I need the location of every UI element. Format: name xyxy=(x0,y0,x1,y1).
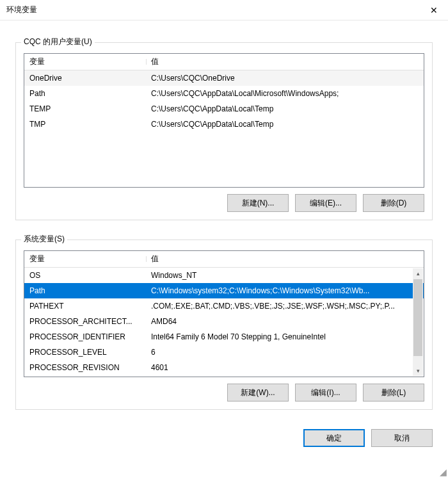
table-row[interactable]: TMP C:\Users\CQC\AppData\Local\Temp xyxy=(24,117,424,132)
table-row[interactable]: Path C:\Users\CQC\AppData\Local\Microsof… xyxy=(24,86,424,101)
user-variables-list[interactable]: 变量 值 OneDrive C:\Users\CQC\OneDrive Path… xyxy=(24,53,424,188)
var-value: C:\Windows\system32;C:\Windows;C:\Window… xyxy=(146,286,424,295)
table-row[interactable]: PROCESSOR_ARCHITECT... AMD64 xyxy=(24,314,424,329)
window-title: 环境变量 xyxy=(6,4,37,15)
scroll-down-icon[interactable]: ▾ xyxy=(413,366,423,376)
var-name: TEMP xyxy=(24,104,146,113)
ok-button[interactable]: 确定 xyxy=(303,429,365,447)
var-name: PROCESSOR_LEVEL xyxy=(24,348,146,357)
var-name: PROCESSOR_REVISION xyxy=(24,363,146,372)
system-list-body: OS Windows_NT Path C:\Windows\system32;C… xyxy=(24,268,424,377)
var-name: OneDrive xyxy=(24,74,146,83)
var-value: .COM;.EXE;.BAT;.CMD;.VBS;.VBE;.JS;.JSE;.… xyxy=(146,302,424,311)
system-variables-list[interactable]: 变量 值 OS Windows_NT Path C:\Windows\syste… xyxy=(24,250,424,377)
close-icon[interactable]: ✕ xyxy=(420,0,448,20)
titlebar: 环境变量 ✕ xyxy=(0,0,448,20)
var-value: 6 xyxy=(146,348,424,357)
var-value: Windows_NT xyxy=(146,271,424,280)
system-new-button[interactable]: 新建(W)... xyxy=(227,384,289,402)
system-col-value[interactable]: 值 xyxy=(146,254,424,264)
system-delete-button[interactable]: 删除(L) xyxy=(363,384,424,402)
user-buttons-row: 新建(N)... 编辑(E)... 删除(D) xyxy=(24,194,424,212)
system-edit-button[interactable]: 编辑(I)... xyxy=(295,384,356,402)
var-name: PROCESSOR_IDENTIFIER xyxy=(24,332,146,341)
table-row[interactable]: Path C:\Windows\system32;C:\Windows;C:\W… xyxy=(24,283,424,298)
system-variables-group: 系统变量(S) 变量 值 OS Windows_NT Path C:\Windo… xyxy=(15,240,433,410)
table-row[interactable]: OneDrive C:\Users\CQC\OneDrive xyxy=(24,70,424,86)
var-name: OS xyxy=(24,271,146,280)
table-row[interactable]: PATHEXT .COM;.EXE;.BAT;.CMD;.VBS;.VBE;.J… xyxy=(24,298,424,314)
user-delete-button[interactable]: 删除(D) xyxy=(363,194,424,212)
var-value: C:\Users\CQC\AppData\Local\Temp xyxy=(146,120,424,129)
var-value: 4601 xyxy=(146,363,424,372)
system-list-header: 变量 值 xyxy=(24,251,424,268)
system-scrollbar[interactable]: ▴ ▾ xyxy=(413,268,423,376)
var-name: PROCESSOR_ARCHITECT... xyxy=(24,317,146,326)
system-col-variable[interactable]: 变量 xyxy=(24,254,146,264)
table-row[interactable]: PROCESSOR_REVISION 4601 xyxy=(24,360,424,375)
user-col-variable[interactable]: 变量 xyxy=(24,56,146,67)
user-variables-group: CQC 的用户变量(U) 变量 值 OneDrive C:\Users\CQC\… xyxy=(15,42,433,220)
var-name: PATHEXT xyxy=(24,302,146,311)
var-value: C:\Users\CQC\AppData\Local\Temp xyxy=(146,104,424,113)
scroll-thumb[interactable] xyxy=(413,279,422,356)
user-list-header: 变量 值 xyxy=(24,54,424,70)
table-row[interactable]: OS Windows_NT xyxy=(24,268,424,283)
var-value: Intel64 Family 6 Model 70 Stepping 1, Ge… xyxy=(146,332,424,341)
system-variables-legend: 系统变量(S) xyxy=(21,234,67,245)
table-row[interactable]: PROCESSOR_IDENTIFIER Intel64 Family 6 Mo… xyxy=(24,329,424,345)
var-value: C:\Users\CQC\OneDrive xyxy=(146,74,424,83)
resize-grip-icon[interactable]: ◢ xyxy=(438,469,447,478)
scroll-up-icon[interactable]: ▴ xyxy=(413,268,423,279)
user-list-body: OneDrive C:\Users\CQC\OneDrive Path C:\U… xyxy=(24,70,424,187)
var-value: AMD64 xyxy=(146,317,424,326)
user-new-button[interactable]: 新建(N)... xyxy=(227,194,289,212)
user-variables-legend: CQC 的用户变量(U) xyxy=(21,37,95,47)
table-row[interactable]: TEMP C:\Users\CQC\AppData\Local\Temp xyxy=(24,101,424,117)
cancel-button[interactable]: 取消 xyxy=(371,429,433,447)
user-edit-button[interactable]: 编辑(E)... xyxy=(295,194,356,212)
var-name: Path xyxy=(24,286,146,295)
table-row[interactable]: PROCESSOR_LEVEL 6 xyxy=(24,345,424,360)
system-buttons-row: 新建(W)... 编辑(I)... 删除(L) xyxy=(24,384,424,402)
dialog-content: CQC 的用户变量(U) 变量 值 OneDrive C:\Users\CQC\… xyxy=(0,20,448,418)
var-name: Path xyxy=(24,89,146,98)
user-col-value[interactable]: 值 xyxy=(146,56,424,67)
dialog-buttons: 确定 取消 xyxy=(0,418,448,447)
var-value: C:\Users\CQC\AppData\Local\Microsoft\Win… xyxy=(146,89,424,98)
var-name: TMP xyxy=(24,120,146,129)
